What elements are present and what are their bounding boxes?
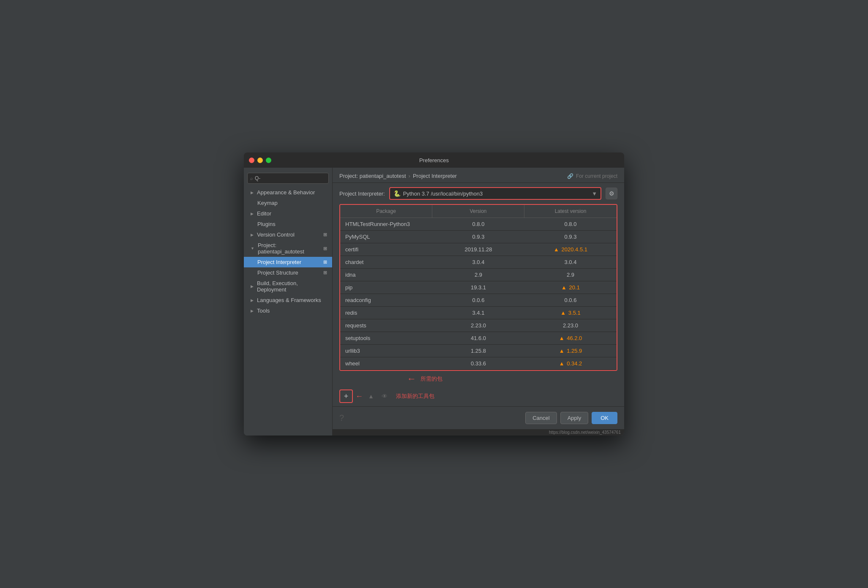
upgrade-arrow-icon: ▲ [554,246,559,253]
sidebar-item-version-control[interactable]: Version Control ⊞ [244,229,332,240]
cancel-button[interactable]: Cancel [525,412,557,424]
upgrade-arrow-icon: ▲ [560,310,566,316]
for-project-link[interactable]: 🔗 For current project [567,173,617,179]
sidebar-item-label: Tools [257,308,270,314]
gear-button[interactable]: ⚙ [606,188,617,199]
sidebar-item-label: Languages & Frameworks [257,297,321,303]
sidebar-item-keymap[interactable]: Keymap [244,198,332,208]
table-row[interactable]: pip 19.3.1 ▲ 20.1 [340,281,617,294]
config-icon: ⊞ [323,232,327,237]
pkg-name: readconfig [340,294,432,306]
sidebar-item-label: Project: patientapi_autotest [258,242,321,255]
preferences-window: Preferences ⌕ Q- Appearance & Behavior K… [244,152,624,436]
sidebar-item-plugins[interactable]: Plugins [244,219,332,229]
sidebar-item-label: Editor [257,210,271,217]
upgrade-arrow-icon: ▲ [559,335,565,341]
pkg-version: 0.9.3 [432,231,524,243]
table-row[interactable]: certifi 2019.11.28 ▲ 2020.4.5.1 [340,243,617,256]
sidebar-item-build[interactable]: Build, Execution, Deployment [244,278,332,295]
pkg-version: 2.23.0 [432,319,524,332]
move-up-button[interactable]: ▲ [366,391,377,402]
project-link-icon: 🔗 [567,173,573,179]
pkg-name: redis [340,307,432,319]
interpreter-label: Project Interpreter: [339,191,385,197]
sidebar-item-label: Project Interpreter [257,259,301,265]
sidebar-item-label: Build, Execution, Deployment [257,280,327,293]
pkg-name: HTMLTestRunner-Python3 [340,218,432,230]
sidebar-item-label: Keymap [257,200,278,206]
interpreter-select[interactable]: 🐍 Python 3.7 /usr/local/bin/python3 ▼ [389,187,601,200]
pkg-latest: ▲ 2020.4.5.1 [524,243,617,256]
search-input[interactable]: Q- [255,175,260,181]
sidebar-item-project-interpreter[interactable]: Project Interpreter ⊞ [244,257,332,267]
plus-icon: + [344,392,349,401]
table-row[interactable]: redis 3.4.1 ▲ 3.5.1 [340,307,617,319]
table-row[interactable]: requests 2.23.0 2.23.0 [340,319,617,332]
upgrade-arrow-icon: ▲ [561,284,567,291]
packages-table: Package Version Latest version HTMLTestR… [339,204,617,371]
pkg-name: setuptools [340,332,432,344]
pkg-version: 0.0.6 [432,294,524,306]
dialog-footer: ? Cancel Apply OK [333,406,624,429]
pkg-name: certifi [340,243,432,256]
apply-button[interactable]: Apply [560,412,589,424]
sidebar-item-editor[interactable]: Editor [244,208,332,219]
upgrade-arrow-icon: ▲ [559,348,565,354]
table-row[interactable]: idna 2.9 2.9 [340,269,617,281]
title-bar: Preferences [244,152,624,168]
content-area: ⌕ Q- Appearance & Behavior Keymap Editor… [244,168,624,436]
pkg-version: 41.6.0 [432,332,524,344]
config-icon: ⊞ [323,259,327,265]
pkg-latest: 0.9.3 [524,231,617,243]
pkg-name: wheel [340,357,432,370]
pkg-latest: ▲ 3.5.1 [524,307,617,319]
pkg-name: urllib3 [340,345,432,357]
pkg-version: 3.0.4 [432,256,524,268]
breadcrumb-arrow-icon: › [409,173,410,179]
close-button[interactable] [249,158,254,163]
sidebar-item-languages[interactable]: Languages & Frameworks [244,295,332,305]
upgrade-arrow-icon: ▲ [559,360,565,367]
sidebar: ⌕ Q- Appearance & Behavior Keymap Editor… [244,168,333,436]
pkg-version: 0.8.0 [432,218,524,230]
pkg-version: 19.3.1 [432,281,524,294]
pkg-latest: 2.23.0 [524,319,617,332]
sidebar-item-label: Plugins [257,221,276,227]
sidebar-item-project-structure[interactable]: Project Structure ⊞ [244,267,332,278]
table-row[interactable]: HTMLTestRunner-Python3 0.8.0 0.8.0 [340,218,617,231]
sidebar-item-tools[interactable]: Tools [244,305,332,316]
pkg-latest: ▲ 46.2.0 [524,332,617,344]
toolbar-left-arrow-icon: ← [355,392,363,401]
pkg-version: 3.4.1 [432,307,524,319]
packages-annotation: ← 所需的包 [339,373,617,384]
minimize-button[interactable] [257,158,263,163]
pkg-version: 2.9 [432,269,524,281]
table-row[interactable]: readconfig 0.0.6 0.0.6 [340,294,617,307]
search-box[interactable]: ⌕ Q- [247,173,329,184]
main-panel: Project: patientapi_autotest › Project I… [333,168,624,436]
sidebar-item-project[interactable]: Project: patientapi_autotest ⊞ [244,240,332,257]
table-row[interactable]: wheel 0.33.6 ▲ 0.34.2 [340,357,617,370]
table-row[interactable]: setuptools 41.6.0 ▲ 46.2.0 [340,332,617,345]
help-button[interactable]: ? [339,413,344,423]
table-row[interactable]: urllib3 1.25.8 ▲ 1.25.9 [340,345,617,357]
eye-button[interactable]: 👁 [379,391,390,402]
config-icon: ⊞ [323,270,327,275]
interpreter-value: Python 3.7 /usr/local/bin/python3 [403,191,483,197]
search-icon: ⌕ [250,176,253,181]
maximize-button[interactable] [266,158,271,163]
for-project-text: For current project [576,173,617,179]
ok-button[interactable]: OK [592,412,617,424]
table-row[interactable]: chardet 3.0.4 3.0.4 [340,256,617,269]
col-package: Package [340,205,432,218]
pkg-latest: ▲ 0.34.2 [524,357,617,370]
chevron-up-icon: ▲ [368,393,374,400]
add-package-button[interactable]: + [339,389,353,403]
pkg-name: idna [340,269,432,281]
pkg-name: PyMySQL [340,231,432,243]
sidebar-item-appearance[interactable]: Appearance & Behavior [244,187,332,198]
sidebar-item-label: Project Structure [257,270,298,276]
table-row[interactable]: PyMySQL 0.9.3 0.9.3 [340,231,617,243]
pkg-latest: ▲ 20.1 [524,281,617,294]
pkg-name: pip [340,281,432,294]
